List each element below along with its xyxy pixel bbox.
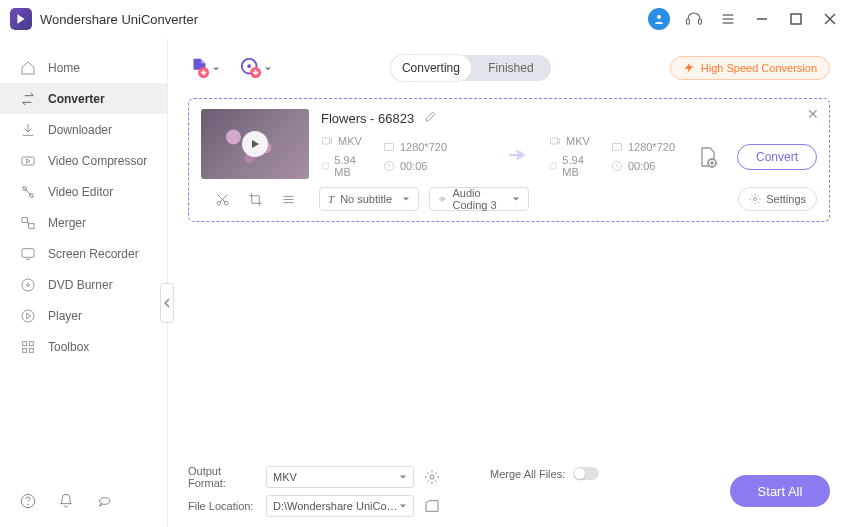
sidebar-item-toolbox[interactable]: Toolbox <box>0 331 167 362</box>
svg-rect-14 <box>29 223 34 228</box>
video-thumbnail[interactable] <box>201 109 309 179</box>
audio-dropdown[interactable]: Audio Coding 3 <box>429 187 529 211</box>
svg-rect-7 <box>791 14 801 24</box>
dst-format: MKV <box>566 135 590 147</box>
add-file-button[interactable] <box>188 57 220 79</box>
open-folder-icon[interactable] <box>424 498 440 514</box>
file-location-value: D:\Wondershare UniConverter <box>273 500 399 512</box>
file-location-label: File Location: <box>188 500 256 512</box>
sidebar-item-compressor[interactable]: Video Compressor <box>0 145 167 176</box>
titlebar: Wondershare UniConverter <box>0 0 850 38</box>
svg-rect-29 <box>323 138 330 144</box>
svg-rect-22 <box>29 348 33 352</box>
svg-point-42 <box>754 198 757 201</box>
sidebar: Home Converter Downloader Video Compress… <box>0 38 168 527</box>
dst-size: 5.94 MB <box>562 154 591 178</box>
sidebar-item-dvd[interactable]: DVD Burner <box>0 269 167 300</box>
sidebar-label: Home <box>48 61 80 75</box>
hsc-label: High Speed Conversion <box>701 62 817 74</box>
merge-label: Merge All Files: <box>490 468 565 480</box>
sidebar-label: Converter <box>48 92 105 106</box>
minimize-button[interactable] <box>752 9 772 29</box>
svg-rect-2 <box>699 19 702 24</box>
svg-point-24 <box>28 504 29 505</box>
svg-point-16 <box>22 279 34 291</box>
sidebar-item-editor[interactable]: Video Editor <box>0 176 167 207</box>
settings-label: Settings <box>766 193 806 205</box>
svg-rect-21 <box>23 348 27 352</box>
dst-duration: 00:06 <box>628 160 656 172</box>
settings-button[interactable]: Settings <box>738 187 817 211</box>
close-button[interactable] <box>820 9 840 29</box>
format-settings-icon[interactable] <box>424 469 440 485</box>
output-format-value: MKV <box>273 471 297 483</box>
account-icon[interactable] <box>648 8 670 30</box>
file-location-select[interactable]: D:\Wondershare UniConverter <box>266 495 414 517</box>
sidebar-label: Toolbox <box>48 340 89 354</box>
src-size: 5.94 MB <box>334 154 363 178</box>
app-logo <box>10 8 32 30</box>
svg-rect-20 <box>29 341 33 345</box>
trim-icon[interactable] <box>215 192 230 207</box>
sidebar-item-converter[interactable]: Converter <box>0 83 167 114</box>
svg-point-27 <box>247 64 251 68</box>
subtitle-dropdown[interactable]: TNo subtitle <box>319 187 419 211</box>
convert-button[interactable]: Convert <box>737 144 817 170</box>
svg-rect-15 <box>22 248 34 257</box>
svg-rect-13 <box>22 217 27 222</box>
menu-icon[interactable] <box>718 9 738 29</box>
bell-icon[interactable] <box>58 493 74 513</box>
merge-toggle[interactable] <box>573 467 599 480</box>
src-format: MKV <box>338 135 362 147</box>
feedback-icon[interactable] <box>96 493 112 513</box>
support-icon[interactable] <box>684 9 704 29</box>
collapse-sidebar-button[interactable] <box>160 283 174 323</box>
output-format-label: Output Format: <box>188 465 256 489</box>
svg-point-43 <box>430 475 434 479</box>
sidebar-item-home[interactable]: Home <box>0 52 167 83</box>
svg-rect-1 <box>687 19 690 24</box>
start-all-button[interactable]: Start All <box>730 475 830 507</box>
play-icon <box>242 131 268 157</box>
svg-rect-10 <box>22 157 34 165</box>
svg-point-17 <box>27 283 30 286</box>
arrow-icon <box>509 148 527 166</box>
subtitle-value: No subtitle <box>340 193 392 205</box>
svg-rect-32 <box>551 138 558 144</box>
output-format-select[interactable]: MKV <box>266 466 414 488</box>
high-speed-toggle[interactable]: High Speed Conversion <box>670 56 830 80</box>
sidebar-item-recorder[interactable]: Screen Recorder <box>0 238 167 269</box>
sidebar-label: Player <box>48 309 82 323</box>
svg-rect-19 <box>23 341 27 345</box>
status-tabs: Converting Finished <box>391 55 551 81</box>
file-name: Flowers - 66823 <box>321 111 414 126</box>
edit-name-icon[interactable] <box>424 109 437 127</box>
audio-value: Audio Coding 3 <box>453 187 506 211</box>
sidebar-item-merger[interactable]: Merger <box>0 207 167 238</box>
tab-finished[interactable]: Finished <box>471 55 551 81</box>
sidebar-item-player[interactable]: Player <box>0 300 167 331</box>
svg-point-18 <box>22 310 34 322</box>
sidebar-label: Video Editor <box>48 185 113 199</box>
add-media-button[interactable] <box>240 57 272 79</box>
svg-point-0 <box>657 15 661 19</box>
sidebar-label: Downloader <box>48 123 112 137</box>
dst-resolution: 1280*720 <box>628 141 675 153</box>
help-icon[interactable] <box>20 493 36 513</box>
maximize-button[interactable] <box>786 9 806 29</box>
content-area: Converting Finished High Speed Conversio… <box>168 38 850 527</box>
svg-rect-33 <box>612 144 621 151</box>
effects-icon[interactable] <box>281 192 296 207</box>
svg-rect-30 <box>384 144 393 151</box>
file-card: ✕ Flowers - 66823 MKV 5.94 MB 1280*7 <box>188 98 830 222</box>
src-duration: 00:06 <box>400 160 428 172</box>
crop-icon[interactable] <box>248 192 263 207</box>
sidebar-label: Video Compressor <box>48 154 147 168</box>
app-title: Wondershare UniConverter <box>40 12 648 27</box>
tab-converting[interactable]: Converting <box>391 55 471 81</box>
sidebar-label: DVD Burner <box>48 278 113 292</box>
remove-file-button[interactable]: ✕ <box>807 106 819 122</box>
output-format-icon[interactable] <box>695 145 719 169</box>
sidebar-label: Screen Recorder <box>48 247 139 261</box>
sidebar-item-downloader[interactable]: Downloader <box>0 114 167 145</box>
